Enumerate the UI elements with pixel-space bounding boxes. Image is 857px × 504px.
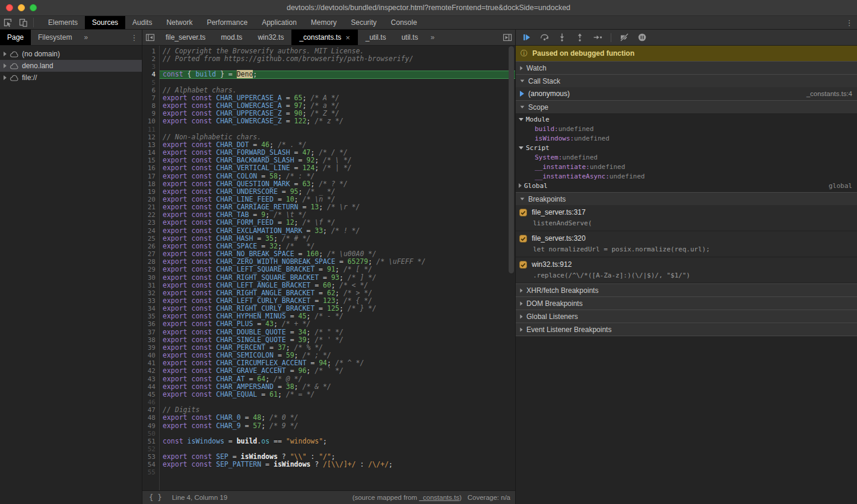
navigator-tab-filesystem[interactable]: Filesystem bbox=[31, 30, 79, 45]
line-number[interactable]: 31 bbox=[142, 282, 159, 289]
scope-variable[interactable]: System: undefined bbox=[516, 152, 857, 162]
source-mapped-link[interactable]: _constants.ts bbox=[419, 494, 459, 501]
line-content[interactable]: export const CHAR_9 = 57; /* 9 */ bbox=[159, 422, 515, 430]
window-zoom-button[interactable] bbox=[30, 4, 37, 11]
line-number[interactable]: 26 bbox=[142, 243, 159, 250]
step-into-icon[interactable] bbox=[555, 31, 569, 44]
step-out-icon[interactable] bbox=[573, 31, 587, 44]
line-number[interactable]: 10 bbox=[142, 117, 159, 125]
line-number[interactable]: 43 bbox=[142, 375, 159, 383]
line-number[interactable]: 18 bbox=[142, 180, 159, 188]
scope-variable[interactable]: __instantiateAsync: undefined bbox=[516, 171, 857, 181]
line-number[interactable]: 33 bbox=[142, 297, 159, 305]
line-number[interactable]: 52 bbox=[142, 445, 159, 453]
pause-on-exceptions-icon[interactable] bbox=[635, 31, 649, 44]
line-number[interactable]: 5 bbox=[142, 79, 159, 87]
line-number[interactable]: 47 bbox=[142, 406, 159, 414]
window-close-button[interactable] bbox=[6, 4, 13, 11]
step-icon[interactable] bbox=[591, 31, 605, 44]
line-number[interactable]: 29 bbox=[142, 266, 159, 273]
scope-variable[interactable]: __instantiate: undefined bbox=[516, 162, 857, 171]
window-minimize-button[interactable] bbox=[18, 4, 25, 11]
breakpoint-entry[interactable]: file_server.ts:317listenAndServe( bbox=[516, 205, 857, 231]
line-number[interactable]: 17 bbox=[142, 173, 159, 180]
scope-group-module[interactable]: Module bbox=[516, 114, 857, 124]
line-content[interactable]: export const SEP_PATTERN = isWindows ? /… bbox=[159, 461, 515, 468]
line-number[interactable]: 27 bbox=[142, 250, 159, 258]
tab-application[interactable]: Application bbox=[255, 16, 304, 29]
navigator-more-tabs-icon[interactable]: » bbox=[79, 30, 93, 45]
line-number[interactable]: 4 bbox=[142, 71, 159, 78]
line-number[interactable]: 55 bbox=[142, 468, 159, 476]
tab-network[interactable]: Network bbox=[159, 16, 199, 29]
line-number[interactable]: 28 bbox=[142, 258, 159, 266]
tab-audits[interactable]: Audits bbox=[125, 16, 159, 29]
line-content[interactable] bbox=[159, 398, 515, 406]
breakpoint-checkbox[interactable] bbox=[519, 235, 527, 243]
file-tab-mod.ts[interactable]: mod.ts bbox=[213, 30, 250, 45]
tab-security[interactable]: Security bbox=[344, 16, 383, 29]
line-number[interactable]: 39 bbox=[142, 344, 159, 352]
line-number[interactable]: 13 bbox=[142, 141, 159, 149]
line-number[interactable]: 32 bbox=[142, 289, 159, 297]
line-number[interactable]: 50 bbox=[142, 430, 159, 438]
line-content[interactable]: export const CHAR_LOWERCASE_Z = 122; /* … bbox=[159, 117, 515, 125]
code-viewport[interactable]: 1// Copyright the Browserify authors. MI… bbox=[142, 46, 515, 490]
main-menu-icon[interactable]: ⋮ bbox=[842, 16, 857, 29]
close-tab-icon[interactable]: × bbox=[345, 33, 350, 42]
line-content[interactable]: const isWindows = build.os == "windows"; bbox=[159, 438, 515, 445]
tree-item--no-domain-[interactable]: (no domain) bbox=[0, 48, 142, 60]
section-call-stack[interactable]: Call Stack bbox=[516, 74, 857, 87]
scope-group-global[interactable]: Globalglobal bbox=[516, 181, 857, 190]
code-line[interactable]: 54export const SEP_PATTERN = isWindows ?… bbox=[142, 461, 515, 468]
code-line[interactable]: 49export const CHAR_9 = 57; /* 9 */ bbox=[142, 422, 515, 430]
line-number[interactable]: 11 bbox=[142, 126, 159, 133]
line-number[interactable]: 36 bbox=[142, 320, 159, 328]
line-number[interactable]: 14 bbox=[142, 149, 159, 157]
line-number[interactable]: 23 bbox=[142, 219, 159, 227]
tree-item-deno.land[interactable]: deno.land bbox=[0, 60, 142, 72]
line-number[interactable]: 8 bbox=[142, 102, 159, 110]
line-number[interactable]: 51 bbox=[142, 438, 159, 445]
line-number[interactable]: 46 bbox=[142, 398, 159, 406]
code-line[interactable]: 10export const CHAR_LOWERCASE_Z = 122; /… bbox=[142, 117, 515, 125]
breakpoint-entry[interactable]: file_server.ts:320let normalizedUrl = po… bbox=[516, 231, 857, 257]
editor-more-tabs-icon[interactable]: » bbox=[426, 30, 439, 45]
line-number[interactable]: 41 bbox=[142, 359, 159, 367]
tree-item-file-[interactable]: file:// bbox=[0, 72, 142, 84]
scope-variable[interactable]: isWindows: undefined bbox=[516, 133, 857, 143]
line-number[interactable]: 22 bbox=[142, 211, 159, 219]
file-tab-file_server.ts[interactable]: file_server.ts bbox=[158, 30, 213, 45]
section-global-listeners[interactable]: Global Listeners bbox=[516, 310, 857, 323]
line-number[interactable]: 12 bbox=[142, 133, 159, 141]
code-line[interactable]: 4const { build } = Deno; bbox=[142, 71, 515, 78]
line-number[interactable]: 30 bbox=[142, 274, 159, 282]
line-number[interactable]: 16 bbox=[142, 164, 159, 172]
pretty-print-button[interactable]: { } bbox=[147, 493, 164, 502]
line-content[interactable]: const { build } = Deno; bbox=[159, 71, 515, 78]
line-number[interactable]: 3 bbox=[142, 63, 159, 71]
breakpoint-checkbox[interactable] bbox=[519, 209, 527, 216]
deactivate-breakpoints-icon[interactable] bbox=[617, 31, 631, 44]
line-number[interactable]: 20 bbox=[142, 196, 159, 203]
navigator-tab-page[interactable]: Page bbox=[0, 30, 31, 45]
tab-memory[interactable]: Memory bbox=[304, 16, 344, 29]
section-dom-breakpoints[interactable]: DOM Breakpoints bbox=[516, 296, 857, 310]
line-number[interactable]: 45 bbox=[142, 391, 159, 398]
code-line[interactable]: 2// Ported from https://github.com/brows… bbox=[142, 55, 515, 63]
line-number[interactable]: 15 bbox=[142, 157, 159, 164]
section-xhr-fetch-breakpoints[interactable]: XHR/fetch Breakpoints bbox=[516, 283, 857, 296]
show-navigator-icon[interactable] bbox=[142, 30, 158, 45]
section-breakpoints[interactable]: Breakpoints bbox=[516, 192, 857, 205]
file-tab-util.ts[interactable]: util.ts bbox=[393, 30, 426, 45]
line-content[interactable]: export const CHAR_EQUAL = 61; /* = */ bbox=[159, 391, 515, 398]
tab-sources[interactable]: Sources bbox=[85, 16, 125, 29]
line-number[interactable]: 35 bbox=[142, 312, 159, 320]
breakpoint-checkbox[interactable] bbox=[519, 261, 527, 269]
frame-location-link[interactable]: _constants.ts:4 bbox=[807, 90, 852, 97]
scope-variable[interactable]: build: undefined bbox=[516, 124, 857, 133]
line-number[interactable]: 6 bbox=[142, 87, 159, 94]
file-tab-win32.ts[interactable]: win32.ts bbox=[250, 30, 291, 45]
file-tab-_util.ts[interactable]: _util.ts bbox=[358, 30, 394, 45]
line-number[interactable]: 44 bbox=[142, 383, 159, 391]
